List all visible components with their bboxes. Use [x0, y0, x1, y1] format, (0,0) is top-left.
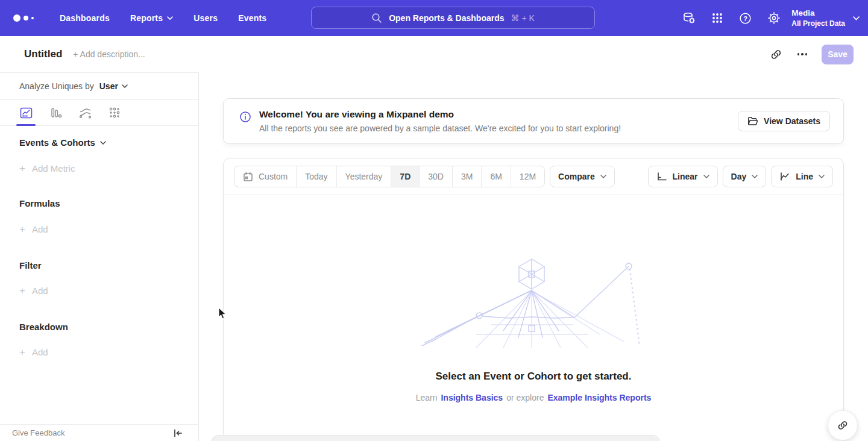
analyze-by-dropdown[interactable]: User — [99, 81, 128, 91]
middle-text: or explore — [506, 393, 544, 402]
mixpanel-logo[interactable] — [13, 14, 34, 22]
analyze-row: Analyze Uniques by User — [0, 73, 198, 100]
add-description-field[interactable]: + Add description... — [73, 49, 145, 59]
example-insights-reports-link[interactable]: Example Insights Reports — [547, 393, 651, 402]
events-cohorts-section[interactable]: Events & Cohorts — [19, 137, 198, 148]
empty-state: Select an Event or Cohort to get started… — [224, 257, 843, 402]
query-builder-sidebar: Analyze Uniques by User — [0, 72, 199, 441]
apps-grid-icon[interactable] — [703, 0, 731, 36]
interval-dropdown[interactable]: Day — [723, 166, 767, 187]
chart-type-label: Line — [796, 172, 813, 181]
chevron-down-icon — [752, 175, 758, 178]
report-header: Untitled + Add description... Save — [0, 36, 868, 72]
analyze-by-value: User — [99, 81, 118, 91]
plus-icon: + — [19, 163, 25, 174]
calendar-icon — [243, 172, 253, 182]
report-actions: Save — [765, 43, 868, 65]
global-search-input[interactable]: Open Reports & Dashboards ⌘ + K — [311, 7, 595, 29]
insights-basics-link[interactable]: Insights Basics — [441, 393, 503, 402]
range-custom[interactable]: Custom — [234, 166, 296, 187]
primary-nav: Dashboards Reports Users Events — [49, 0, 277, 36]
sidebar-footer: Give Feedback — [0, 424, 198, 441]
date-range-segmented-control: Custom Today Yesterday 7D 30D 3M 6M 12M — [234, 166, 545, 187]
empty-state-illustration — [419, 257, 648, 349]
folder-icon — [747, 116, 758, 126]
chevron-down-icon — [819, 175, 825, 178]
collapsed-results-panel[interactable] — [211, 435, 660, 441]
learn-prefix: Learn — [416, 393, 438, 402]
add-filter-button[interactable]: + Add — [19, 286, 198, 296]
insights-report-card: Custom Today Yesterday 7D 30D 3M 6M 12M … — [223, 158, 844, 441]
linear-axes-icon — [656, 172, 667, 181]
formulas-section: Formulas — [19, 198, 198, 208]
project-switcher[interactable]: Media All Project Data — [791, 9, 860, 27]
breakdown-section: Breakdown — [19, 322, 198, 332]
chevron-down-icon — [122, 84, 128, 88]
logo-dot — [31, 17, 34, 19]
copy-link-icon[interactable] — [765, 43, 787, 65]
view-datasets-label: View Datasets — [764, 116, 820, 126]
floating-copy-link-button[interactable] — [828, 410, 858, 440]
project-meta: Media All Project Data — [791, 9, 845, 27]
chevron-down-icon — [853, 16, 860, 20]
chevron-down-icon — [600, 175, 606, 178]
help-icon[interactable]: ? — [731, 0, 760, 36]
filter-label: Filter — [19, 260, 42, 271]
tab-line-chart[interactable] — [18, 100, 34, 125]
welcome-banner: Welcome! You are viewing a Mixpanel demo… — [223, 98, 844, 144]
analyze-label: Analyze Uniques by — [19, 81, 94, 91]
gear-icon[interactable] — [760, 0, 788, 36]
more-options-icon[interactable] — [791, 43, 813, 65]
range-6m[interactable]: 6M — [481, 166, 510, 187]
range-3m[interactable]: 3M — [452, 166, 481, 187]
chevron-down-icon — [703, 175, 709, 178]
tab-flows[interactable] — [77, 100, 93, 125]
nav-users[interactable]: Users — [183, 0, 228, 36]
search-placeholder: Open Reports & Dashboards — [389, 13, 504, 23]
top-nav: Dashboards Reports Users Events Open Rep… — [0, 0, 868, 36]
add-metric-label: Add Metric — [32, 163, 75, 174]
data-management-icon[interactable] — [675, 0, 703, 36]
nav-reports-label: Reports — [130, 13, 163, 23]
compare-dropdown[interactable]: Compare — [550, 166, 615, 187]
chevron-down-icon — [167, 16, 173, 20]
range-30d[interactable]: 30D — [419, 166, 452, 187]
banner-title: Welcome! You are viewing a Mixpanel demo — [259, 109, 621, 120]
save-button[interactable]: Save — [822, 45, 854, 64]
info-icon — [239, 111, 251, 123]
chart-display-controls: Linear Day Line — [648, 166, 833, 187]
tab-retention-grid[interactable] — [107, 100, 122, 125]
add-formula-button[interactable]: + Add — [19, 224, 198, 234]
view-datasets-button[interactable]: View Datasets — [738, 111, 830, 131]
collapse-sidebar-icon[interactable] — [173, 428, 183, 438]
project-scope: All Project Data — [791, 20, 845, 27]
filter-section: Filter — [19, 260, 198, 271]
range-12m[interactable]: 12M — [511, 166, 544, 187]
logo-dot — [24, 16, 28, 20]
banner-subtitle: All the reports you see are powered by a… — [259, 124, 621, 133]
search-icon — [371, 13, 382, 23]
range-7d[interactable]: 7D — [391, 166, 419, 187]
scale-dropdown[interactable]: Linear — [648, 166, 718, 187]
tab-bar-chart[interactable] — [48, 100, 63, 125]
search-shortcut-hint: ⌘ + K — [511, 13, 535, 23]
nav-dashboards[interactable]: Dashboards — [49, 0, 120, 36]
nav-events[interactable]: Events — [228, 0, 277, 36]
chart-type-dropdown[interactable]: Line — [771, 166, 833, 187]
add-metric-button[interactable]: + Add Metric — [19, 163, 198, 174]
visualization-tabs — [0, 100, 198, 126]
give-feedback-link[interactable]: Give Feedback — [12, 428, 64, 437]
scale-label: Linear — [673, 172, 698, 181]
add-breakdown-button[interactable]: + Add — [19, 347, 198, 357]
range-yesterday[interactable]: Yesterday — [336, 166, 391, 187]
plus-icon: + — [19, 286, 25, 296]
logo-dot — [13, 14, 20, 22]
nav-reports[interactable]: Reports — [120, 0, 183, 36]
empty-state-title: Select an Event or Cohort to get started… — [224, 371, 843, 383]
report-title[interactable]: Untitled — [24, 48, 62, 60]
svg-text:?: ? — [743, 14, 747, 22]
range-custom-label: Custom — [259, 172, 288, 181]
range-today[interactable]: Today — [296, 166, 336, 187]
project-name: Media — [791, 9, 845, 17]
sidebar-sections: Events & Cohorts + Add Metric Formulas +… — [0, 137, 198, 357]
